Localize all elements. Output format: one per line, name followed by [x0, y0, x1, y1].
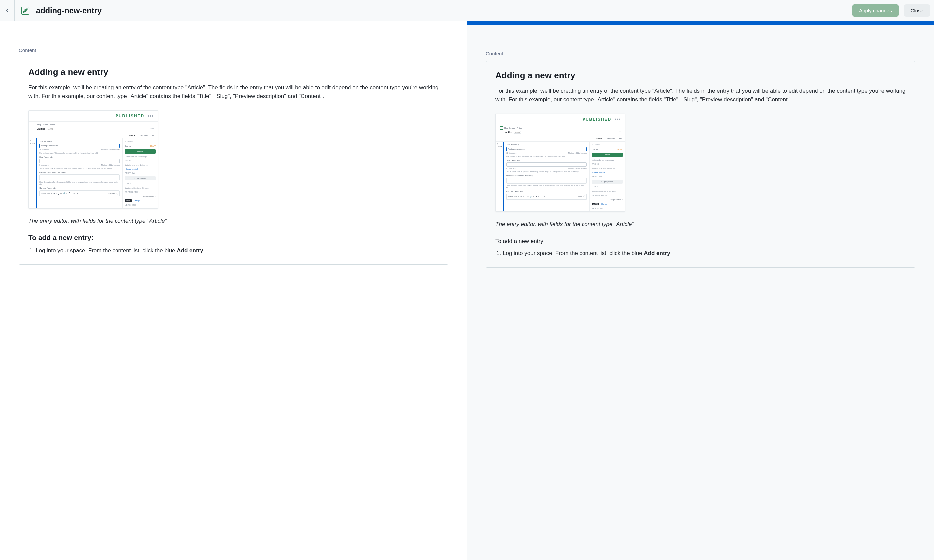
translation-head: TRANSLATION — [125, 191, 156, 193]
article-subheading: To add a new entry: — [28, 234, 439, 242]
slug-count: 0 characters — [506, 167, 516, 169]
step-text: Log into your space. From the content li… — [36, 248, 177, 254]
slug-label: Slug (required) — [506, 159, 587, 162]
screenshot-caption: The entry editor, with fields for the co… — [495, 221, 906, 228]
list-item: Log into your space. From the content li… — [503, 249, 906, 258]
open-preview-button: ⧉ Open preview — [592, 180, 623, 183]
embed-button: + Embed ▾ — [574, 195, 585, 198]
locale-pill: en-US — [125, 199, 132, 202]
row-more-icon: ••• — [151, 127, 154, 131]
normal-text-dropdown: Normal Text — [508, 195, 517, 197]
pane-label: Content — [19, 47, 448, 53]
preview-hint: Short description of article contents. W… — [506, 184, 587, 188]
app-logo-icon — [32, 123, 36, 126]
locale-badge: en-US — [46, 128, 54, 130]
rte-toolbar: Normal Text ▾ B I U •• 🔗 ≡ ≣ ❝ — ⊞ — [506, 194, 587, 200]
saved-text: Last saved a few seconds ago — [125, 155, 156, 158]
locale-badge: en-US — [514, 131, 521, 134]
published-status: PUBLISHED — [582, 117, 611, 122]
change-locale-link: Change — [134, 200, 140, 202]
steps-list: Log into your space. From the content li… — [36, 246, 439, 255]
open-preview-button: ⧉ Open preview — [125, 176, 156, 180]
more-icon: ••• — [615, 117, 621, 122]
tab-info: Info — [152, 134, 155, 137]
locale-pill: en-US — [592, 203, 599, 205]
tab-comments: Comments — [606, 138, 616, 140]
slug-max: Maximum 256 characters — [568, 167, 587, 169]
modified-pane: Content Adding a new entry For this exam… — [467, 21, 934, 560]
editor-side-tab: ✎ Editor — [496, 142, 503, 211]
doc-title: Untitled — [503, 131, 512, 134]
tab-info: Info — [619, 138, 622, 140]
editor-screenshot: PUBLISHED ••• Help Center › Article Unti… — [28, 111, 158, 209]
chevron-left-icon — [4, 8, 10, 14]
title-label: Title (required) — [39, 140, 120, 143]
versions-head: VERSIONS — [125, 204, 156, 206]
publish-button: Publish — [592, 152, 623, 157]
content-card: Adding a new entry For this example, we'… — [19, 57, 448, 265]
back-button[interactable] — [0, 0, 15, 21]
title-input: Adding a new entry — [39, 144, 120, 148]
embed-button: + Embed ▾ — [107, 192, 118, 195]
screenshot-caption: The entry editor, with fields for the co… — [28, 218, 439, 225]
preview-textarea — [39, 174, 120, 180]
entry-sidebar: STATUS CurrentDRAFT Publish Last saved a… — [590, 142, 625, 211]
editor-side-tab: ✎ Editor — [29, 138, 36, 208]
entry-sidebar: STATUS CurrentDRAFT Publish Last saved a… — [122, 138, 158, 208]
page-title: adding-new-entry — [36, 6, 102, 15]
steps-list: Log into your space. From the content li… — [503, 249, 906, 258]
slug-count: 0 characters — [39, 164, 49, 166]
app-logo-icon — [500, 126, 503, 130]
slug-hint: Title in kebab case (e.g. how-to-content… — [506, 171, 587, 172]
slug-hint: Title in kebab case (e.g. how-to-content… — [39, 167, 120, 169]
topbar: adding-new-entry Apply changes Close — [0, 0, 934, 21]
status-current: Current — [592, 148, 599, 150]
row-more-icon: ••• — [618, 130, 621, 134]
entry-tabs: General Comments Info — [29, 133, 158, 138]
article-heading: Adding a new entry — [28, 67, 439, 77]
list-item: Log into your space. From the content li… — [36, 246, 439, 255]
editor-main: Title (required) Adding a new entry 18 c… — [36, 138, 122, 208]
step-bold: Add entry — [644, 250, 670, 256]
status-current: Current — [125, 145, 131, 147]
create-task-link: + Create new task — [592, 171, 623, 173]
title-count: 18 characters — [506, 152, 516, 154]
breadcrumb: Help Center › Article — [37, 124, 55, 126]
pane-label: Content — [486, 51, 915, 56]
preview-label: Preview Description (required) — [506, 175, 587, 177]
no-links: No other entries link to this entry. — [592, 190, 623, 192]
tasks-head: TASKS — [592, 163, 623, 165]
published-status: PUBLISHED — [116, 114, 144, 118]
article-subheading-plain: To add a new entry: — [495, 237, 906, 246]
article-heading: Adding a new entry — [495, 71, 906, 81]
preview-hint: Short description of article contents. W… — [39, 181, 120, 185]
saved-text: Last saved a few seconds ago — [592, 159, 623, 161]
diff-area: Content Adding a new entry For this exam… — [0, 21, 934, 560]
title-hint: Use sentence case. This should be same a… — [506, 155, 587, 157]
status-draft: DRAFT — [150, 145, 156, 147]
no-tasks: No tasks have been defined yet. — [592, 167, 623, 169]
content-card: Adding a new entry For this example, we'… — [486, 61, 915, 268]
links-head: LINKS — [592, 186, 623, 188]
slug-label: Slug (required) — [39, 156, 120, 158]
close-button[interactable]: Close — [904, 4, 930, 17]
preview-label: Preview Description (required) — [39, 171, 120, 174]
status-head: STATUS — [125, 140, 133, 142]
entry-tabs: General Comments Info — [496, 136, 625, 142]
create-task-link: + Create new task — [125, 168, 156, 170]
publish-button: Publish — [125, 149, 156, 154]
step-text: Log into your space. From the content li… — [503, 250, 644, 256]
tasks-head: TASKS — [125, 160, 156, 162]
preview-head: PREVIEW — [592, 175, 623, 178]
slug-input — [506, 162, 587, 166]
translation-head: TRANSLATION — [592, 194, 623, 197]
rte-toolbar: Normal Text ▾ B I U •• 🔗 ≡ ≣ ❝ — ⊞ — [39, 190, 120, 196]
content-label: Content (required) — [506, 190, 587, 192]
preview-textarea — [506, 178, 587, 183]
multi-locales: Multiple locales ▾ — [125, 195, 156, 197]
apply-changes-button[interactable]: Apply changes — [852, 4, 898, 17]
versions-head: VERSIONS — [592, 207, 623, 209]
editor-screenshot: PUBLISHED ••• Help Center › Article Unti… — [495, 114, 625, 212]
no-links: No other entries link to this entry. — [125, 187, 156, 189]
editor-main: Title (required) Adding a new entry 18 c… — [503, 142, 590, 211]
